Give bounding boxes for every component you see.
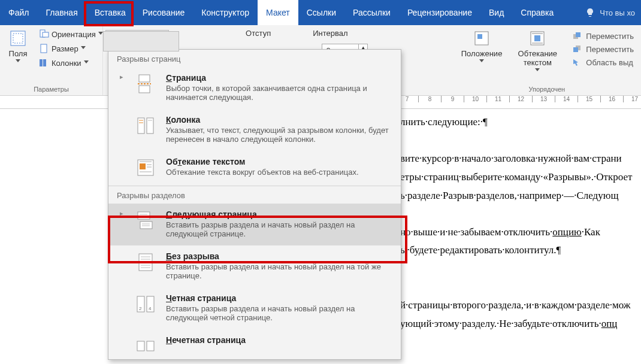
next-page-section-icon [135,210,156,231]
bring-forward-icon [572,31,582,41]
position-label: Положение [461,49,503,58]
ruler-tick: 14 [555,96,577,102]
ruler-tick: 12 [509,96,532,102]
svg-rect-36 [140,222,152,229]
tab-insert[interactable]: Вставка [86,0,134,25]
tab-bar: Файл Главная Вставка Рисование Конструкт… [0,0,641,25]
tab-mailings[interactable]: Рассылки [344,0,399,25]
ruler-tick: 10 [464,96,486,102]
svg-rect-5 [40,59,43,66]
indent-label: Отступ [246,29,271,38]
menu-item-desc: Указывает, что текст, следующий за разры… [166,126,391,144]
send-backward-icon [572,44,582,54]
ruler-tick: 8 [418,96,441,102]
menu-section-pages: Разрывы страниц [108,50,401,67]
svg-text:4: 4 [149,306,152,311]
breaks-button[interactable]: Разрывы [105,30,169,44]
selection-pane-button[interactable]: Область выд [569,56,636,68]
svg-rect-20 [139,86,150,93]
wrap-text-button[interactable]: Обтекание текстом [508,28,567,74]
tab-file[interactable]: Файл [0,0,37,25]
doc-line: й·страницы·второго·раздела,·и·в·каждом·р… [400,298,641,313]
tell-me-label: Что вы хо [600,8,635,17]
tab-help[interactable]: Справка [512,0,562,25]
odd-page-section-icon [135,335,156,357]
tab-home[interactable]: Главная [37,0,86,25]
svg-rect-7 [111,34,114,41]
margins-icon [8,29,28,48]
svg-rect-49 [137,341,144,351]
tab-references[interactable]: Ссылки [298,0,344,25]
link-option[interactable]: опцию [552,226,582,238]
breaks-menu: Разрывы страниц ▸ Страница Выбор точки, … [108,49,401,360]
spacing-label: Интервал [313,29,368,38]
bulb-icon [585,8,595,17]
column-break-icon [135,115,156,136]
ruler-tick: 9 [441,96,464,102]
menu-item-even-page[interactable]: 24 Четная страница Вставить разрыв разде… [108,287,401,329]
svg-rect-39 [139,254,152,271]
send-backward-button[interactable]: Переместить [569,43,636,55]
tab-review[interactable]: Рецензирование [399,0,480,25]
svg-rect-33 [138,212,150,219]
menu-item-next-page[interactable]: ▸ Следующая страница Вставить разрыв раз… [108,204,401,245]
selection-pane-icon [572,57,582,67]
wrap-text-label: Обтекание текстом [512,49,563,67]
even-page-section-icon: 24 [135,293,156,315]
chevron-down-icon [535,68,540,73]
ruler-tick: 17 [623,96,641,102]
menu-item-desc: Вставить разрыв раздела и начать новый р… [166,220,391,238]
orientation-label: Ориентация [52,30,96,39]
chevron-down-icon [159,35,164,40]
breaks-label: Разрывы [124,33,156,42]
tab-draw[interactable]: Рисование [134,0,193,25]
text-wrap-break-icon [135,157,156,178]
doc-line: но·выше·и·не·забываем·отключить·опцию·Ка… [400,225,641,240]
tell-me-box[interactable]: Что вы хо [579,0,641,25]
chevron-down-icon [16,59,20,64]
svg-rect-8 [116,34,120,41]
menu-section-sections: Разрывы разделов [108,186,401,204]
doc-line: лнить·следующие:·¶ [400,115,641,130]
columns-icon [38,57,49,68]
menu-item-desc: Вставить разрыв раздела и начать новый р… [166,304,391,322]
ruler-tick: 13 [532,96,555,102]
page-setup-caption: Параметры [5,86,98,94]
svg-rect-16 [576,32,580,37]
position-button[interactable]: Положение [458,28,506,65]
menu-item-text-wrapping-break[interactable]: Обтекание текстом Обтекание текста вокру… [108,151,401,186]
doc-line: етры·страниц·выберите·команду·«Разрывы».… [400,170,641,185]
menu-item-page-break[interactable]: ▸ Страница Выбор точки, в которой заканч… [108,67,401,109]
size-label: Размер [52,44,78,53]
margins-label: Поля [9,49,28,58]
submenu-arrow-icon: ▸ [118,73,125,81]
columns-button[interactable]: Колонки [35,56,107,69]
link-option[interactable]: опц [601,318,618,329]
orientation-button[interactable]: Ориентация [35,28,107,41]
ruler-tick: 15 [577,96,600,102]
svg-text:2: 2 [139,306,142,311]
chevron-down-icon [84,60,89,65]
svg-rect-18 [573,47,578,52]
menu-item-column-break[interactable]: Колонка Указывает, что текст, следующий … [108,109,401,151]
doc-line: ы·будете·редактировать·колонтитул.¶ [400,243,641,258]
chevron-down-icon [98,32,103,37]
margins-button[interactable]: Поля [5,28,31,65]
tab-design[interactable]: Конструктор [193,0,258,25]
submenu-arrow-icon: ▸ [118,210,125,217]
svg-rect-10 [477,34,482,39]
tab-view[interactable]: Вид [480,0,512,25]
columns-label: Колонки [52,59,81,68]
tab-layout[interactable]: Макет [258,0,298,25]
menu-item-desc: Выбор точки, в которой заканчивается одн… [166,84,391,102]
menu-item-odd-page[interactable]: Нечетная страница [108,329,401,359]
breaks-icon [110,32,122,42]
position-icon [472,29,491,48]
continuous-section-icon [135,251,156,273]
size-button[interactable]: Размер [35,42,107,55]
page-break-icon [135,73,156,95]
doc-line: ующий·этому·разделу.·Не·забудьте·отключи… [400,317,641,332]
bring-forward-button[interactable]: Переместить [569,30,636,42]
menu-item-continuous[interactable]: Без разрыва Вставить разрыв раздела и на… [108,245,401,287]
page-size-icon [38,43,49,54]
